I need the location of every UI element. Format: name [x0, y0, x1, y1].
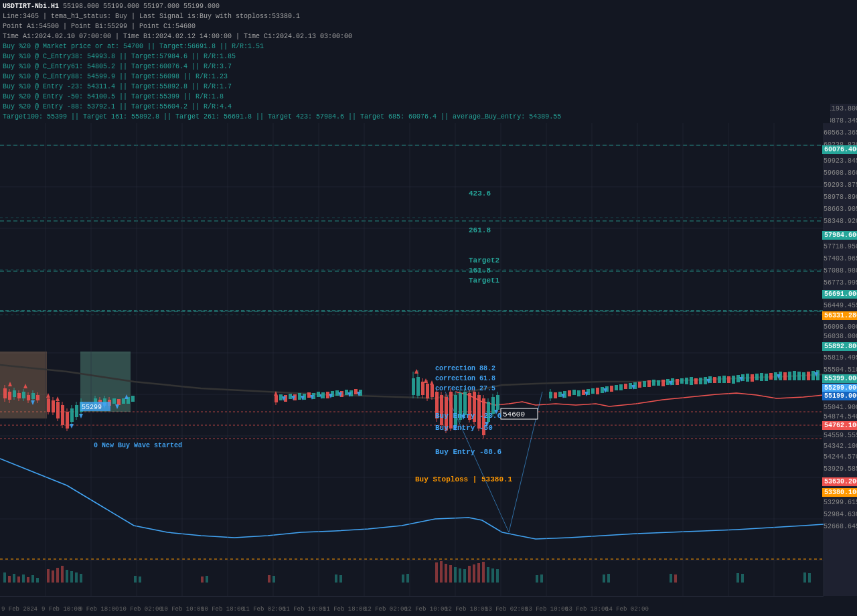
svg-rect-106	[298, 393, 301, 400]
svg-rect-243	[3, 572, 6, 583]
svg-rect-181	[572, 390, 576, 395]
time-feb12-10: 12 Feb 10:00	[404, 606, 448, 613]
svg-rect-277	[268, 575, 270, 583]
info-line-9: Buy %20 @ Entry -50: 54100.5 || Target:5…	[3, 92, 828, 102]
time-feb12-02: 12 Feb 02:00	[364, 606, 408, 613]
price-58348: 58348.920	[824, 218, 857, 225]
svg-rect-263	[454, 567, 457, 583]
price-52668: 52668.645	[824, 523, 857, 530]
info-line-6: Buy %10 @ C_Entry61: 54805.2 || Target:6…	[3, 62, 828, 72]
svg-rect-232	[793, 371, 796, 380]
price-57403: 57403.965	[824, 255, 857, 262]
price-60563: 60563.365	[824, 129, 857, 137]
svg-rect-227	[769, 373, 773, 380]
svg-text:55299: 55299	[82, 404, 102, 411]
svg-rect-117	[321, 392, 325, 398]
svg-rect-276	[206, 576, 208, 583]
svg-rect-261	[445, 564, 447, 583]
svg-rect-270	[487, 567, 489, 583]
svg-rect-222	[746, 374, 749, 382]
svg-rect-210	[690, 377, 693, 385]
svg-rect-279	[335, 574, 337, 583]
price-54244: 54244.570	[824, 453, 857, 461]
price-58663: 58663.905	[824, 206, 857, 213]
price-59923: 59923.845	[824, 157, 857, 165]
info-line-8: Buy %10 @ Entry -23: 54311.4 || Target:5…	[3, 82, 828, 92]
time-feb13-18: 13 Feb 18:00	[565, 606, 609, 613]
price-59293: 59293.875	[824, 181, 857, 189]
svg-rect-120	[335, 390, 339, 396]
svg-rect-180	[568, 390, 571, 396]
svg-rect-249	[31, 575, 34, 583]
price-57718: 57718.950	[824, 243, 857, 250]
svg-rect-235	[807, 372, 810, 380]
badge-55199: 55199.000	[822, 392, 857, 400]
svg-rect-292	[808, 573, 811, 583]
svg-rect-102	[279, 394, 283, 400]
svg-rect-233	[797, 372, 801, 380]
svg-rect-207	[676, 379, 679, 385]
svg-rect-224	[755, 374, 759, 380]
svg-rect-274	[139, 576, 141, 583]
time-feb11-02: 11 Feb 02:00	[242, 606, 286, 613]
svg-rect-185	[591, 388, 595, 394]
info-line-10: Buy %20 @ Entry -88: 53792.1 || Target:5…	[3, 102, 828, 112]
svg-rect-280	[339, 575, 342, 583]
svg-rect-205	[666, 379, 670, 385]
svg-rect-96	[131, 396, 135, 402]
svg-rect-234	[802, 372, 805, 380]
svg-rect-264	[459, 568, 461, 583]
svg-rect-193	[629, 383, 632, 389]
svg-rect-182	[577, 390, 580, 396]
svg-rect-245	[13, 574, 15, 583]
svg-text:54600: 54600	[503, 410, 525, 418]
badge-53630: 53630.200	[822, 477, 857, 486]
svg-rect-213	[704, 377, 707, 384]
price-56449: 56449.455	[824, 302, 857, 309]
price-54559: 54559.555	[824, 432, 857, 439]
time-feb9-10: 9 Feb 10:00	[42, 606, 81, 613]
svg-rect-251	[47, 569, 50, 583]
svg-rect-191	[619, 384, 623, 390]
price-56098: 56098.000	[824, 323, 857, 331]
svg-rect-254	[61, 566, 64, 583]
svg-rect-258	[80, 574, 82, 583]
svg-rect-250	[36, 578, 39, 583]
badge-53380: 53380.100	[822, 488, 857, 497]
svg-rect-231	[788, 372, 791, 380]
time-feb10-10: 10 Feb 10:00	[161, 606, 204, 613]
info-line-3: Time Ai:2024.02.10 07:00:00 | Time Bi:20…	[3, 31, 828, 42]
time-feb11-10: 11 Feb 10:00	[283, 606, 326, 613]
svg-rect-275	[201, 576, 204, 583]
svg-rect-256	[70, 571, 73, 583]
time-feb10-02: 10 Feb 02:00	[119, 606, 163, 613]
svg-rect-228	[774, 372, 777, 380]
svg-rect-178	[558, 392, 562, 397]
price-53299: 53299.615	[824, 499, 857, 506]
svg-rect-257	[75, 572, 78, 583]
price-54874: 54874.540	[824, 413, 857, 420]
svg-rect-225	[760, 373, 763, 381]
svg-rect-269	[482, 562, 485, 583]
svg-rect-289	[736, 573, 739, 583]
svg-rect-183	[582, 390, 585, 395]
svg-rect-216	[718, 376, 721, 383]
info-line-4: Buy %20 @ Market price or at: 54700 || T…	[3, 42, 828, 52]
price-58978: 58978.890	[824, 194, 857, 201]
svg-rect-284	[540, 574, 543, 583]
price-54342: 54342.100	[824, 443, 857, 450]
svg-rect-0	[0, 104, 824, 596]
svg-rect-215	[713, 377, 716, 383]
svg-rect-262	[449, 565, 452, 583]
svg-rect-208	[680, 378, 684, 384]
svg-rect-248	[27, 577, 29, 583]
svg-rect-285	[603, 574, 605, 583]
svg-rect-94	[122, 398, 125, 404]
time-feb10-18: 10 Feb 18:00	[201, 606, 244, 613]
svg-rect-290	[741, 574, 744, 583]
svg-rect-247	[22, 574, 25, 583]
svg-rect-192	[624, 384, 627, 389]
svg-rect-283	[536, 575, 538, 583]
svg-rect-271	[491, 568, 494, 583]
svg-rect-217	[722, 376, 726, 383]
